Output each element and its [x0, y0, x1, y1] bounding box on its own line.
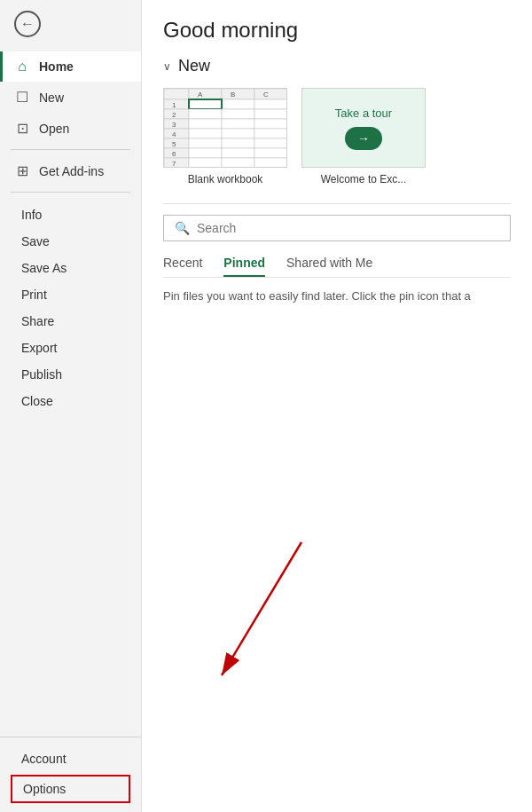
- svg-text:5: 5: [172, 140, 176, 148]
- tab-shared[interactable]: Shared with Me: [286, 256, 372, 277]
- sidebar-item-addins-label: Get Add-ins: [39, 164, 104, 178]
- svg-text:A: A: [198, 91, 203, 99]
- sidebar-item-info[interactable]: Info: [0, 201, 141, 228]
- svg-rect-21: [222, 119, 254, 129]
- sidebar: ← ⌂ Home ☐ New ⊡ Open ⊞ Get Add-ins Info…: [0, 0, 142, 812]
- sidebar-item-export[interactable]: Export: [0, 335, 141, 361]
- svg-rect-28: [164, 138, 189, 148]
- sidebar-item-publish[interactable]: Publish: [0, 361, 141, 388]
- tour-thumb: Take a tour →: [301, 88, 426, 168]
- new-section-header: ∨ New: [163, 57, 511, 75]
- svg-line-44: [222, 542, 301, 675]
- home-icon: ⌂: [14, 59, 30, 75]
- blank-sheet: A B C 1 2: [164, 89, 286, 167]
- svg-rect-1: [189, 89, 222, 99]
- tab-pinned[interactable]: Pinned: [223, 256, 265, 277]
- svg-rect-27: [254, 129, 287, 138]
- svg-rect-3: [254, 89, 287, 99]
- sidebar-item-save-as[interactable]: Save As: [0, 255, 141, 281]
- svg-rect-9: [222, 99, 254, 109]
- page-title: Good morning: [163, 18, 511, 43]
- svg-text:B: B: [231, 91, 235, 99]
- blank-workbook-label: Blank workbook: [188, 173, 263, 185]
- svg-rect-35: [189, 148, 222, 158]
- tour-card[interactable]: Take a tour → Welcome to Exc...: [301, 88, 426, 185]
- tour-button: →: [345, 127, 382, 150]
- svg-rect-23: [164, 129, 189, 138]
- sidebar-item-print[interactable]: Print: [0, 281, 141, 308]
- sidebar-item-options[interactable]: Options: [11, 775, 130, 803]
- sidebar-item-home[interactable]: ⌂ Home: [0, 51, 141, 82]
- open-icon: ⊡: [14, 120, 30, 137]
- svg-rect-0: [164, 89, 189, 99]
- sidebar-item-home-label: Home: [39, 59, 74, 74]
- svg-rect-8: [189, 99, 222, 109]
- search-input[interactable]: [197, 221, 499, 235]
- sidebar-item-share[interactable]: Share: [0, 308, 141, 335]
- svg-rect-16: [222, 109, 254, 119]
- chevron-icon: ∨: [163, 60, 171, 73]
- main-content: Good morning ∨ New A B C: [142, 0, 532, 812]
- tour-arrow-icon: →: [357, 131, 370, 146]
- svg-rect-20: [189, 119, 222, 129]
- back-icon: ←: [14, 11, 41, 37]
- templates-row: A B C 1 2: [163, 88, 511, 185]
- sidebar-item-open[interactable]: ⊡ Open: [0, 113, 141, 144]
- sidebar-nav: ⌂ Home ☐ New ⊡ Open ⊞ Get Add-ins Info S…: [0, 48, 141, 418]
- blank-workbook-thumb: A B C 1 2: [163, 88, 287, 168]
- svg-rect-31: [222, 138, 254, 148]
- pinned-hint: Pin files you want to easily find later.…: [163, 288, 511, 304]
- svg-text:6: 6: [172, 150, 176, 158]
- sidebar-item-open-label: Open: [39, 122, 69, 136]
- svg-text:7: 7: [172, 160, 176, 168]
- svg-rect-18: [164, 119, 189, 129]
- svg-rect-26: [222, 129, 254, 138]
- svg-rect-37: [254, 148, 287, 158]
- tab-recent[interactable]: Recent: [163, 256, 202, 277]
- search-icon: 🔍: [175, 221, 190, 235]
- svg-rect-41: [222, 158, 254, 168]
- svg-rect-17: [254, 109, 287, 119]
- arrow-annotation: [195, 533, 372, 697]
- tour-visual: Take a tour →: [302, 89, 425, 167]
- sidebar-item-save[interactable]: Save: [0, 228, 141, 255]
- sidebar-bottom: Account Options: [0, 737, 141, 812]
- svg-text:3: 3: [172, 121, 176, 129]
- svg-rect-32: [254, 138, 287, 148]
- sidebar-divider-2: [11, 192, 130, 193]
- tour-text: Take a tour: [335, 106, 392, 120]
- svg-text:2: 2: [172, 111, 176, 119]
- tabs-row: Recent Pinned Shared with Me: [163, 256, 511, 278]
- section-divider: [163, 203, 511, 204]
- svg-rect-25: [189, 129, 222, 138]
- tour-label: Welcome to Exc...: [321, 173, 406, 185]
- search-box[interactable]: 🔍: [163, 215, 511, 241]
- sidebar-item-new-label: New: [39, 91, 64, 105]
- new-icon: ☐: [14, 89, 30, 106]
- sidebar-item-new[interactable]: ☐ New: [0, 82, 141, 113]
- new-section-title: New: [178, 57, 210, 75]
- svg-rect-40: [189, 158, 222, 168]
- back-button[interactable]: ←: [0, 0, 141, 48]
- svg-rect-7: [164, 99, 189, 109]
- svg-text:C: C: [263, 91, 269, 99]
- svg-text:1: 1: [172, 101, 176, 109]
- svg-rect-30: [189, 138, 222, 148]
- svg-rect-2: [222, 89, 254, 99]
- svg-rect-10: [254, 99, 287, 109]
- sidebar-divider: [11, 149, 130, 150]
- svg-rect-22: [254, 119, 287, 129]
- svg-rect-33: [164, 148, 189, 158]
- svg-rect-42: [254, 158, 287, 168]
- svg-text:4: 4: [172, 130, 176, 138]
- addins-icon: ⊞: [14, 162, 30, 179]
- sidebar-item-close[interactable]: Close: [0, 388, 141, 414]
- sidebar-item-addins[interactable]: ⊞ Get Add-ins: [0, 155, 141, 186]
- blank-workbook-card[interactable]: A B C 1 2: [163, 88, 287, 185]
- sidebar-item-account[interactable]: Account: [0, 745, 141, 773]
- sidebar-text-items: Info Save Save As Print Share Export Pub…: [0, 198, 141, 418]
- svg-rect-13: [164, 109, 189, 119]
- svg-rect-15: [189, 109, 222, 119]
- svg-rect-36: [222, 148, 254, 158]
- svg-rect-38: [164, 158, 189, 168]
